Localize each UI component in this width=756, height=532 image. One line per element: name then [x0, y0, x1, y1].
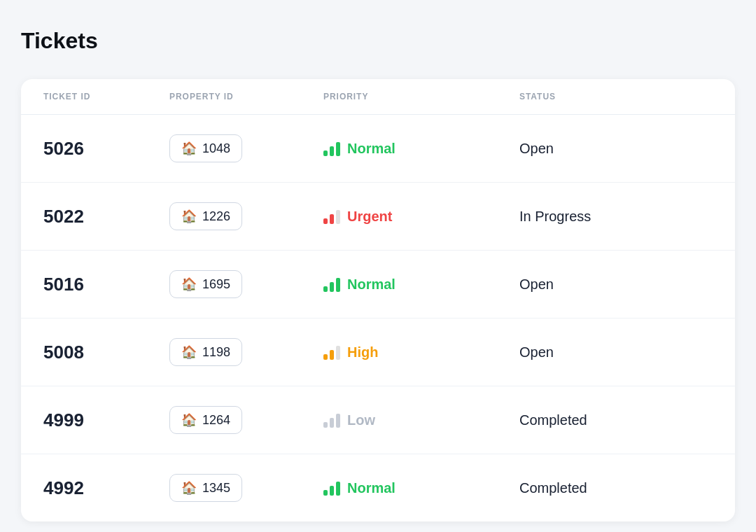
bar-1 — [323, 490, 328, 496]
priority-label: High — [347, 344, 378, 360]
status-cell: In Progress — [519, 209, 713, 225]
property-badge[interactable]: 🏠 1226 — [169, 202, 323, 230]
property-id-value: 1226 — [202, 209, 230, 224]
table-row[interactable]: 5008 🏠 1198 High Open — [21, 318, 735, 386]
status-cell: Open — [519, 141, 713, 157]
signal-bars-icon — [323, 276, 340, 292]
ticket-id-cell: 5008 — [43, 342, 169, 363]
priority-cell: Normal — [323, 480, 519, 496]
col-header-status: STATUS — [519, 92, 713, 102]
priority-cell: High — [323, 344, 519, 360]
house-icon: 🏠 — [181, 480, 197, 496]
table-row[interactable]: 5022 🏠 1226 Urgent In Progress — [21, 183, 735, 251]
property-badge[interactable]: 🏠 1345 — [169, 474, 323, 502]
status-cell: Completed — [519, 412, 713, 428]
property-id-value: 1695 — [202, 277, 230, 292]
bar-2 — [330, 486, 334, 496]
property-id-value: 1345 — [202, 481, 230, 496]
status-cell: Open — [519, 344, 713, 360]
bar-3 — [336, 142, 340, 156]
priority-cell: Urgent — [323, 209, 519, 225]
bar-2 — [330, 214, 334, 224]
priority-label: Normal — [347, 480, 396, 496]
property-id-value: 1264 — [202, 413, 230, 428]
bar-3 — [336, 278, 340, 292]
property-badge[interactable]: 🏠 1695 — [169, 270, 323, 298]
col-header-property-id: PROPERTY ID — [169, 92, 323, 102]
bar-2 — [330, 282, 334, 292]
priority-label: Low — [347, 412, 375, 428]
bar-1 — [323, 422, 328, 428]
status-cell: Completed — [519, 480, 713, 496]
priority-label: Normal — [347, 276, 396, 293]
priority-label: Urgent — [347, 209, 392, 225]
signal-bars-icon — [323, 344, 340, 360]
bar-1 — [323, 286, 328, 292]
bar-3 — [336, 414, 340, 428]
bar-2 — [330, 350, 334, 360]
table-row[interactable]: 5026 🏠 1048 Normal Open — [21, 115, 735, 183]
property-badge[interactable]: 🏠 1198 — [169, 338, 323, 366]
status-cell: Open — [519, 276, 713, 293]
property-id-value: 1198 — [202, 345, 230, 360]
table-row[interactable]: 4992 🏠 1345 Normal Completed — [21, 454, 735, 522]
bar-3 — [336, 482, 340, 496]
signal-bars-icon — [323, 480, 340, 496]
property-badge[interactable]: 🏠 1048 — [169, 134, 323, 162]
table-row[interactable]: 4999 🏠 1264 Low Completed — [21, 386, 735, 454]
priority-cell: Normal — [323, 141, 519, 157]
table-header: TICKET ID PROPERTY ID PRIORITY STATUS — [21, 79, 735, 115]
ticket-id-cell: 4992 — [43, 477, 169, 499]
ticket-id-cell: 5016 — [43, 274, 169, 295]
property-id-value: 1048 — [202, 141, 230, 156]
house-icon: 🏠 — [181, 209, 197, 224]
house-icon: 🏠 — [181, 412, 197, 428]
priority-cell: Normal — [323, 276, 519, 293]
bar-3 — [336, 210, 340, 224]
ticket-id-cell: 5022 — [43, 206, 169, 227]
signal-bars-icon — [323, 412, 340, 428]
bar-2 — [330, 418, 334, 428]
bar-1 — [323, 150, 328, 156]
page-title: Tickets — [21, 28, 735, 54]
bar-2 — [330, 146, 334, 156]
priority-label: Normal — [347, 141, 396, 157]
signal-bars-icon — [323, 141, 340, 156]
property-badge[interactable]: 🏠 1264 — [169, 406, 323, 434]
ticket-id-cell: 5026 — [43, 138, 169, 160]
ticket-id-cell: 4999 — [43, 410, 169, 431]
bar-3 — [336, 346, 340, 360]
house-icon: 🏠 — [181, 276, 197, 292]
house-icon: 🏠 — [181, 344, 197, 360]
bar-1 — [323, 218, 328, 224]
col-header-priority: PRIORITY — [323, 92, 519, 102]
signal-bars-icon — [323, 209, 340, 224]
table-row[interactable]: 5016 🏠 1695 Normal Open — [21, 251, 735, 318]
table-body: 5026 🏠 1048 Normal Open 5022 🏠 1226 — [21, 115, 735, 522]
col-header-ticket-id: TICKET ID — [43, 92, 169, 102]
tickets-table: TICKET ID PROPERTY ID PRIORITY STATUS 50… — [21, 79, 735, 522]
priority-cell: Low — [323, 412, 519, 428]
bar-1 — [323, 354, 328, 360]
house-icon: 🏠 — [181, 141, 197, 156]
